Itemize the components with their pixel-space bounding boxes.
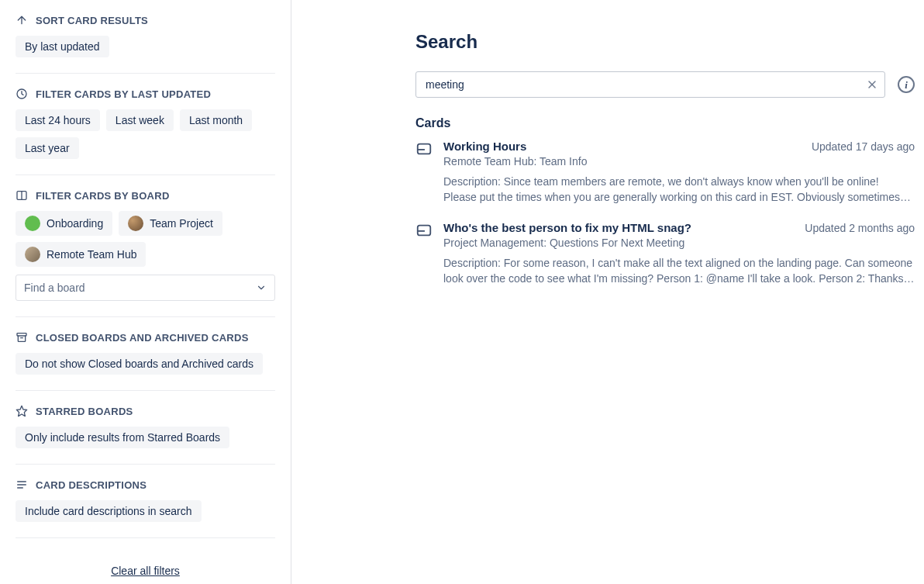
filter-chip-year[interactable]: Last year — [16, 137, 79, 159]
board-icon — [16, 189, 28, 202]
svg-marker-3 — [16, 406, 26, 416]
results-heading: Cards — [415, 116, 915, 130]
result-title: Working Hours — [443, 140, 526, 153]
divider — [16, 464, 275, 465]
divider — [16, 390, 275, 391]
board-chip-label: Team Project — [150, 217, 213, 230]
divider — [16, 316, 275, 317]
find-a-board-placeholder: Find a board — [24, 282, 85, 294]
by-board-title: FILTER CARDS BY BOARD — [36, 190, 170, 202]
result-updated: Updated 2 months ago — [805, 222, 915, 234]
by-board-header: FILTER CARDS BY BOARD — [16, 189, 275, 202]
find-a-board-select[interactable]: Find a board — [16, 275, 275, 301]
search-input[interactable] — [415, 71, 885, 98]
search-result[interactable]: Working Hours Updated 17 days ago Remote… — [415, 140, 915, 206]
result-breadcrumb: Project Management: Questions For Next M… — [443, 237, 915, 249]
board-color-swatch — [25, 247, 40, 262]
result-description: Description: Since team members are remo… — [443, 174, 915, 206]
page-title: Search — [415, 31, 915, 53]
card-icon — [415, 140, 433, 157]
board-chip-label: Onboarding — [47, 217, 103, 230]
starred-title: STARRED BOARDS — [36, 406, 133, 417]
search-input-wrap — [415, 71, 885, 98]
arrow-up-icon — [16, 14, 28, 26]
search-result[interactable]: Who's the best person to fix my HTML sna… — [415, 221, 915, 287]
result-breadcrumb: Remote Team Hub: Team Info — [443, 155, 915, 168]
clear-search-button[interactable] — [865, 78, 879, 92]
divider — [16, 175, 275, 175]
clear-filters-row: Clear all filters — [16, 552, 275, 577]
descriptions-header: CARD DESCRIPTIONS — [16, 479, 275, 491]
svg-rect-2 — [17, 333, 26, 336]
filter-sidebar: SORT CARD RESULTS By last updated FILTER… — [0, 0, 291, 584]
descriptions-chip[interactable]: Include card descriptions in search — [16, 500, 202, 522]
board-chip-label: Remote Team Hub — [47, 248, 136, 261]
close-icon — [866, 78, 878, 91]
archive-icon — [16, 331, 28, 344]
search-info-button[interactable]: i — [898, 76, 915, 93]
descriptions-section: CARD DESCRIPTIONS Include card descripti… — [16, 479, 275, 522]
last-updated-section: FILTER CARDS BY LAST UPDATED Last 24 hou… — [16, 88, 275, 159]
sort-title: SORT CARD RESULTS — [36, 15, 148, 26]
closed-title: CLOSED BOARDS AND ARCHIVED CARDS — [36, 332, 249, 344]
starred-chip[interactable]: Only include results from Starred Boards — [16, 427, 229, 448]
result-updated: Updated 17 days ago — [812, 140, 915, 153]
board-chip-remote-team-hub[interactable]: Remote Team Hub — [16, 242, 146, 267]
divider — [16, 73, 275, 74]
card-icon — [415, 222, 433, 239]
descriptions-title: CARD DESCRIPTIONS — [36, 479, 147, 491]
sort-section: SORT CARD RESULTS By last updated — [16, 14, 275, 57]
closed-section: CLOSED BOARDS AND ARCHIVED CARDS Do not … — [16, 331, 275, 375]
clock-icon — [16, 88, 28, 100]
search-row: i — [415, 71, 915, 98]
board-color-swatch — [128, 216, 143, 231]
board-color-swatch — [25, 216, 40, 231]
sort-chip[interactable]: By last updated — [16, 36, 109, 57]
starred-header: STARRED BOARDS — [16, 405, 275, 417]
board-chip-team-project[interactable]: Team Project — [119, 211, 222, 236]
board-chip-onboarding[interactable]: Onboarding — [16, 211, 112, 236]
chevron-down-icon — [256, 282, 267, 293]
starred-section: STARRED BOARDS Only include results from… — [16, 405, 275, 448]
last-updated-header: FILTER CARDS BY LAST UPDATED — [16, 88, 275, 100]
filter-chip-week[interactable]: Last week — [106, 109, 174, 131]
closed-header: CLOSED BOARDS AND ARCHIVED CARDS — [16, 331, 275, 344]
closed-chip[interactable]: Do not show Closed boards and Archived c… — [16, 353, 263, 375]
divider — [16, 537, 275, 538]
filter-chip-24h[interactable]: Last 24 hours — [16, 109, 100, 131]
last-updated-title: FILTER CARDS BY LAST UPDATED — [36, 88, 211, 100]
result-description: Description: For some reason, I can't ma… — [443, 255, 915, 287]
search-main: Search i Cards Working Hours Updated 17 … — [291, 0, 924, 584]
text-lines-icon — [16, 479, 28, 491]
star-icon — [16, 405, 28, 417]
clear-all-filters-link[interactable]: Clear all filters — [111, 565, 180, 577]
sort-header: SORT CARD RESULTS — [16, 14, 275, 26]
by-board-section: FILTER CARDS BY BOARD Onboarding Team Pr… — [16, 189, 275, 301]
result-title: Who's the best person to fix my HTML sna… — [443, 221, 691, 234]
filter-chip-month[interactable]: Last month — [180, 109, 252, 131]
